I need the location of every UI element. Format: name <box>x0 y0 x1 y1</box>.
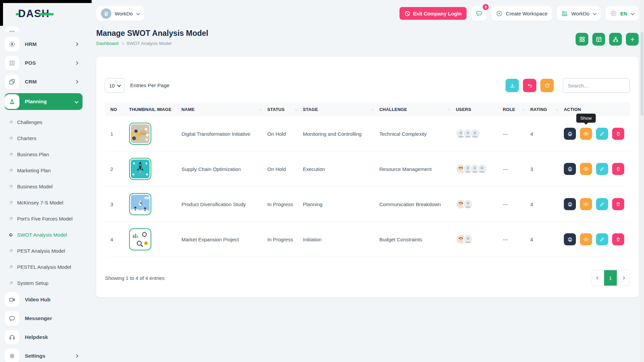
no-entry-icon <box>405 11 410 16</box>
submenu-item-pestel-analysis[interactable]: PESTEL Analysis Model <box>9 259 83 275</box>
globe-icon <box>610 10 617 17</box>
column-header-stage[interactable]: STAGE <box>303 107 379 112</box>
chevron-down-icon <box>593 11 596 15</box>
submenu-item-charters[interactable]: Charters <box>9 130 83 146</box>
row-challenge: Technical Complexity <box>379 131 456 137</box>
chevron-right-icon <box>74 61 78 65</box>
avatar[interactable] <box>470 129 480 139</box>
sidebar-item-video-hub[interactable]: Video Hub <box>5 292 83 307</box>
brand-logo[interactable]: DASH <box>0 6 87 21</box>
row-actions: Show <box>564 128 625 140</box>
breadcrumb-dashboard-link[interactable]: Dashboard <box>96 41 118 46</box>
grid-view-button[interactable] <box>576 33 588 46</box>
show-button[interactable] <box>580 233 592 245</box>
sidebar-item-label: POS <box>25 60 36 66</box>
avatar[interactable] <box>477 164 487 174</box>
sidebar-item-messenger[interactable]: Messenger <box>5 311 83 326</box>
page-1-button[interactable]: 1 <box>604 270 617 286</box>
column-header-challenge[interactable]: CHALLENGE <box>379 107 456 112</box>
column-header-name[interactable]: NAME <box>181 107 267 112</box>
submenu-label: PESTEL Analysis Model <box>17 264 71 270</box>
edit-button[interactable] <box>596 128 608 140</box>
sidebar-item-settings[interactable]: Settings <box>5 349 83 362</box>
entries-per-page-select[interactable]: 10 <box>105 78 124 93</box>
swot-table-card: 10 Entries Per Page <box>96 57 639 297</box>
exit-button-label: Exit Company Login <box>413 11 462 16</box>
chevron-right-icon <box>74 80 78 83</box>
show-button[interactable] <box>580 198 592 210</box>
page-scrollbar[interactable] <box>640 0 644 362</box>
submenu-item-pest-analysis[interactable]: PEST Analysis Model <box>9 243 83 259</box>
submenu-item-swot-analysis[interactable]: SWOT Analysis Model <box>9 227 83 243</box>
export-button[interactable] <box>505 79 519 92</box>
thumbnail-image[interactable] <box>129 228 151 250</box>
print-button[interactable] <box>564 163 576 175</box>
next-page-button[interactable] <box>617 270 630 286</box>
avatar[interactable] <box>463 234 473 244</box>
chevron-right-icon <box>74 42 78 46</box>
thumbnail-image[interactable] <box>129 123 151 145</box>
print-button[interactable] <box>564 128 576 140</box>
add-new-button[interactable] <box>626 33 639 46</box>
crm-icon <box>5 74 19 89</box>
reset-button[interactable] <box>523 79 536 92</box>
submenu-item-marketing-plan[interactable]: Marketing Plan <box>9 162 83 178</box>
logo-accent-dash <box>39 13 54 15</box>
sidebar-item-planning[interactable]: Planning <box>5 93 83 110</box>
sort-icon <box>371 107 373 111</box>
show-button[interactable] <box>580 163 592 175</box>
row-status: In Progress <box>267 237 303 242</box>
delete-button[interactable] <box>612 163 624 175</box>
row-role: --- <box>503 166 530 172</box>
refresh-icon <box>544 83 550 88</box>
submenu-item-business-plan[interactable]: Business Plan <box>9 146 83 162</box>
avatar[interactable] <box>463 199 473 209</box>
submenu-item-business-model[interactable]: Business Model <box>9 178 83 194</box>
submenu-item-ports-five-forces[interactable]: Port's Five Forces Model <box>9 210 83 227</box>
screenshot-artifact-left <box>0 0 3 26</box>
column-header-status[interactable]: STATUS <box>267 107 303 112</box>
edit-button[interactable] <box>596 198 608 210</box>
sidebar-item-pos[interactable]: POS <box>5 56 83 70</box>
company-switcher[interactable]: WorkDo <box>96 6 144 21</box>
search-input[interactable] <box>563 78 630 93</box>
sidebar-item-helpdesk[interactable]: Helpdesk <box>5 330 83 345</box>
language-selector[interactable]: EN <box>605 6 639 21</box>
video-camera-icon <box>5 292 19 307</box>
hierarchy-view-button[interactable] <box>609 33 622 46</box>
sidebar-item-clipped[interactable] <box>5 23 83 32</box>
workspace-menu[interactable]: WorkDo <box>557 6 601 21</box>
submenu-item-challenges[interactable]: Challenges <box>9 114 83 130</box>
exit-company-login-button[interactable]: Exit Company Login <box>399 7 467 20</box>
delete-button[interactable] <box>612 128 624 140</box>
planning-submenu: Challenges Charters Business Plan Market… <box>5 113 83 292</box>
printer-icon <box>567 237 573 242</box>
grid-icon <box>579 36 585 43</box>
refresh-button[interactable] <box>540 79 554 92</box>
edit-button[interactable] <box>596 233 608 245</box>
sidebar-item-crm[interactable]: CRM <box>5 74 83 89</box>
swot-table: NO THUMBNAIL IMAGE NAME STATUS STAGE CHA… <box>105 102 630 257</box>
create-workspace-button[interactable]: Create Workspace <box>491 6 552 21</box>
column-header-role[interactable]: ROLE <box>503 107 530 112</box>
sidebar-item-hrm[interactable]: HRM <box>5 37 83 52</box>
edit-button[interactable] <box>596 163 608 175</box>
previous-page-button[interactable] <box>591 270 604 286</box>
scrollbar-thumb[interactable] <box>641 32 643 116</box>
page-header: Manage SWOT Analysis Model Dashboard SWO… <box>96 29 639 46</box>
table-view-button[interactable] <box>592 33 605 46</box>
row-status: On Hold <box>267 166 303 172</box>
submenu-item-mckinsey[interactable]: McKinsey 7-S Model <box>9 194 83 210</box>
sort-icon <box>447 107 450 111</box>
submenu-label: Business Model <box>17 184 53 189</box>
delete-button[interactable] <box>612 233 624 245</box>
show-button[interactable] <box>580 128 592 140</box>
delete-button[interactable] <box>612 198 624 210</box>
submenu-item-system-setup[interactable]: System Setup <box>9 275 83 291</box>
print-button[interactable] <box>564 233 576 245</box>
column-header-rating[interactable]: RATING <box>530 107 564 112</box>
messages-button[interactable]: 0 <box>471 6 487 21</box>
print-button[interactable] <box>564 198 576 210</box>
thumbnail-image[interactable] <box>129 193 151 215</box>
thumbnail-image[interactable] <box>129 158 151 180</box>
